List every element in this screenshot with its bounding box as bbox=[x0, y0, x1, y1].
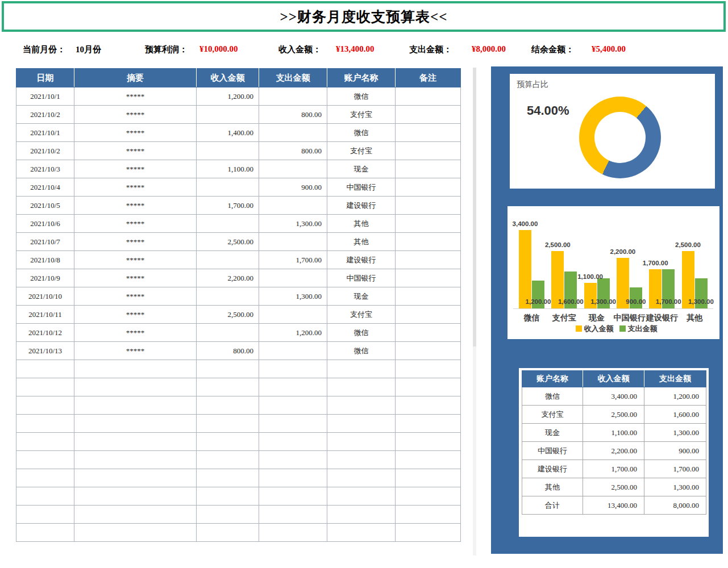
ledger-cell[interactable] bbox=[197, 396, 259, 415]
ledger-cell[interactable] bbox=[16, 378, 74, 396]
ledger-cell[interactable] bbox=[197, 287, 259, 306]
ledger-cell[interactable] bbox=[396, 524, 461, 542]
ledger-cell[interactable]: ***** bbox=[74, 106, 197, 124]
ledger-cell[interactable] bbox=[197, 415, 259, 433]
ledger-cell[interactable] bbox=[396, 269, 461, 287]
ledger-cell[interactable]: 2021/10/3 bbox=[16, 160, 74, 178]
ledger-cell[interactable]: 微信 bbox=[327, 324, 396, 342]
ledger-cell[interactable]: ***** bbox=[74, 251, 197, 269]
ledger-col-header-2[interactable]: 收入金额 bbox=[197, 69, 259, 87]
ledger-cell[interactable]: 2021/10/5 bbox=[16, 197, 74, 215]
ledger-cell[interactable]: 2021/10/2 bbox=[16, 106, 74, 124]
ledger-cell[interactable] bbox=[16, 396, 74, 415]
ledger-cell[interactable] bbox=[396, 396, 461, 415]
ledger-cell[interactable] bbox=[16, 487, 74, 506]
ledger-cell[interactable] bbox=[327, 506, 396, 524]
ledger-cell[interactable]: 2021/10/11 bbox=[16, 306, 74, 324]
ledger-cell[interactable]: ***** bbox=[74, 287, 197, 306]
ledger-cell[interactable]: 建设银行 bbox=[327, 251, 396, 269]
account-cell[interactable]: 2,500.00 bbox=[583, 478, 644, 496]
ledger-cell[interactable]: ***** bbox=[74, 269, 197, 287]
ledger-cell[interactable] bbox=[74, 360, 197, 378]
ledger-cell[interactable] bbox=[259, 360, 327, 378]
ledger-cell[interactable] bbox=[327, 433, 396, 451]
ledger-cell[interactable]: 2021/10/4 bbox=[16, 178, 74, 197]
ledger-cell[interactable]: ***** bbox=[74, 87, 197, 106]
ledger-cell[interactable]: 2021/10/8 bbox=[16, 251, 74, 269]
ledger-cell[interactable] bbox=[259, 160, 327, 178]
ledger-cell[interactable] bbox=[74, 487, 197, 506]
account-cell[interactable]: 建设银行 bbox=[522, 460, 583, 478]
account-cell[interactable]: 2,500.00 bbox=[583, 406, 644, 424]
ledger-cell[interactable] bbox=[74, 415, 197, 433]
ledger-cell[interactable]: 2021/10/12 bbox=[16, 324, 74, 342]
account-cell[interactable]: 3,400.00 bbox=[583, 387, 644, 406]
ledger-cell[interactable] bbox=[259, 269, 327, 287]
ledger-cell[interactable] bbox=[396, 251, 461, 269]
ledger-cell[interactable] bbox=[396, 87, 461, 106]
ledger-cell[interactable] bbox=[259, 451, 327, 469]
account-cell[interactable]: 微信 bbox=[522, 387, 583, 406]
ledger-cell[interactable]: 微信 bbox=[327, 124, 396, 142]
ledger-cell[interactable] bbox=[327, 360, 396, 378]
ledger-cell[interactable]: ***** bbox=[74, 233, 197, 251]
ledger-cell[interactable]: 2021/10/10 bbox=[16, 287, 74, 306]
ledger-cell[interactable]: 1,700.00 bbox=[197, 197, 259, 215]
ledger-cell[interactable]: ***** bbox=[74, 142, 197, 160]
ledger-cell[interactable] bbox=[197, 506, 259, 524]
ledger-cell[interactable]: 支付宝 bbox=[327, 106, 396, 124]
ledger-cell[interactable] bbox=[16, 433, 74, 451]
ledger-cell[interactable] bbox=[259, 506, 327, 524]
ledger-cell[interactable] bbox=[327, 487, 396, 506]
ledger-cell[interactable] bbox=[327, 415, 396, 433]
ledger-cell[interactable] bbox=[74, 378, 197, 396]
ledger-cell[interactable] bbox=[396, 160, 461, 178]
ledger-cell[interactable]: ***** bbox=[74, 124, 197, 142]
ledger-col-header-4[interactable]: 账户名称 bbox=[327, 69, 396, 87]
ledger-cell[interactable]: 1,300.00 bbox=[259, 287, 327, 306]
account-cell[interactable]: 其他 bbox=[522, 478, 583, 496]
ledger-col-header-3[interactable]: 支出金额 bbox=[259, 69, 327, 87]
ledger-cell[interactable]: ***** bbox=[74, 342, 197, 360]
account-cell[interactable]: 现金 bbox=[522, 424, 583, 442]
ledger-cell[interactable]: ***** bbox=[74, 215, 197, 233]
ledger-cell[interactable]: ***** bbox=[74, 306, 197, 324]
account-cell[interactable]: 1,300.00 bbox=[644, 478, 706, 496]
ledger-cell[interactable] bbox=[197, 215, 259, 233]
ledger-cell[interactable]: ***** bbox=[74, 324, 197, 342]
ledger-cell[interactable] bbox=[396, 487, 461, 506]
account-cell[interactable]: 1,100.00 bbox=[583, 424, 644, 442]
ledger-cell[interactable] bbox=[259, 415, 327, 433]
ledger-cell[interactable] bbox=[74, 506, 197, 524]
ledger-cell[interactable] bbox=[259, 487, 327, 506]
ledger-cell[interactable] bbox=[259, 433, 327, 451]
ledger-cell[interactable] bbox=[396, 506, 461, 524]
ledger-cell[interactable] bbox=[259, 306, 327, 324]
account-col-header-2[interactable]: 支出金额 bbox=[644, 371, 706, 387]
ledger-cell[interactable]: 2021/10/7 bbox=[16, 233, 74, 251]
ledger-cell[interactable] bbox=[16, 469, 74, 487]
ledger-cell[interactable]: 1,200.00 bbox=[197, 87, 259, 106]
ledger-cell[interactable]: 800.00 bbox=[259, 142, 327, 160]
ledger-cell[interactable] bbox=[396, 469, 461, 487]
ledger-cell[interactable] bbox=[74, 524, 197, 542]
account-cell[interactable]: 2,200.00 bbox=[583, 442, 644, 460]
vertical-scrollbar[interactable] bbox=[473, 68, 476, 556]
ledger-cell[interactable]: 1,100.00 bbox=[197, 160, 259, 178]
ledger-cell[interactable] bbox=[259, 469, 327, 487]
ledger-cell[interactable] bbox=[197, 433, 259, 451]
ledger-cell[interactable] bbox=[396, 178, 461, 197]
ledger-cell[interactable] bbox=[327, 396, 396, 415]
account-col-header-0[interactable]: 账户名称 bbox=[522, 371, 583, 387]
ledger-cell[interactable]: 2021/10/13 bbox=[16, 342, 74, 360]
ledger-cell[interactable]: 2021/10/1 bbox=[16, 124, 74, 142]
ledger-cell[interactable] bbox=[396, 215, 461, 233]
ledger-cell[interactable]: 2,200.00 bbox=[197, 269, 259, 287]
ledger-cell[interactable]: 其他 bbox=[327, 233, 396, 251]
ledger-cell[interactable] bbox=[197, 451, 259, 469]
ledger-cell[interactable] bbox=[197, 487, 259, 506]
ledger-cell[interactable] bbox=[16, 360, 74, 378]
ledger-cell[interactable] bbox=[327, 378, 396, 396]
ledger-cell[interactable] bbox=[259, 197, 327, 215]
ledger-cell[interactable] bbox=[74, 433, 197, 451]
